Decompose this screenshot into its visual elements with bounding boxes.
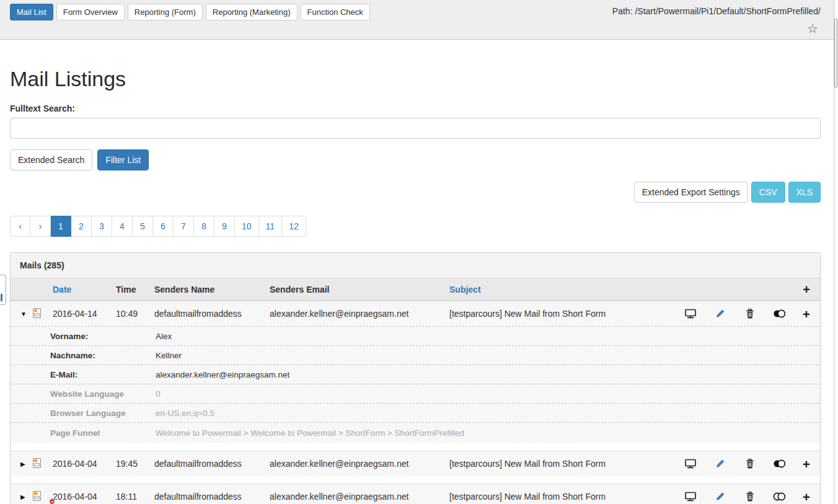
edit-pencil-icon[interactable]: [713, 457, 727, 471]
pagination-page-7[interactable]: 7: [174, 216, 194, 237]
column-header-senders-name: Senders Name: [154, 285, 270, 294]
cell-senders-name: defaultmailfromaddess: [154, 459, 270, 469]
pagination-page-1[interactable]: 1: [51, 216, 71, 237]
column-header-date[interactable]: Date: [53, 285, 116, 294]
record-icon: [33, 308, 41, 318]
delete-trash-icon[interactable]: [743, 457, 757, 471]
add-record-icon[interactable]: +: [803, 283, 810, 296]
tab-reporting-marketing[interactable]: Reporting (Marketing): [206, 4, 298, 20]
bookmark-star-icon[interactable]: ☆: [807, 22, 818, 35]
detail-label: Browser Language: [50, 409, 156, 418]
detail-row: Website Language 0: [11, 384, 820, 403]
detail-row: Nachname: Kellner: [11, 345, 820, 365]
add-icon[interactable]: +: [803, 490, 810, 503]
detail-label: Page Funnel: [50, 428, 156, 438]
mail-row-group: 2016-04-04 18:11 defaultmailfromaddess a…: [11, 484, 820, 504]
cell-date: 2016-04-14: [53, 309, 116, 319]
extended-search-button[interactable]: Extended Search: [10, 149, 92, 170]
table-header-row: Date Time Senders Name Senders Email Sub…: [11, 278, 820, 301]
detail-row: E-Mail: alexander.kellner@einpraegsam.ne…: [11, 365, 820, 384]
detail-row: Browser Language en-US,en;q=0.5: [11, 403, 820, 422]
mail-row-group: 2016-04-14 10:49 defaultmailfromaddess a…: [11, 301, 820, 443]
mail-row-group: 2016-04-04 19:45 defaultmailfromaddess a…: [11, 451, 820, 476]
pagination-page-2[interactable]: 2: [71, 216, 92, 237]
cell-subject: [testparcours] New Mail from Short Form: [449, 459, 684, 469]
nav-dock-handle[interactable]: [0, 275, 6, 305]
detail-value: Alex: [156, 332, 810, 341]
tab-mail-list[interactable]: Mail List: [10, 4, 53, 20]
fulltext-search-input[interactable]: [10, 118, 821, 139]
cell-senders-name: defaultmailfromaddess: [154, 309, 270, 319]
edit-pencil-icon[interactable]: [713, 307, 727, 321]
cell-senders-name: defaultmailfromaddess: [154, 492, 270, 502]
mails-panel: Mails (285) Date Time Senders Name Sende…: [10, 252, 821, 504]
pagination-page-4[interactable]: 4: [112, 216, 133, 237]
table-row[interactable]: 2016-04-14 10:49 defaultmailfromaddess a…: [11, 301, 820, 326]
expand-caret-icon[interactable]: [20, 461, 33, 467]
cell-time: 19:45: [116, 459, 154, 469]
pagination-page-9[interactable]: 9: [214, 216, 235, 237]
pagination: ‹ › 1 2 3 4 5 6 7 8 9 10 11 12: [10, 216, 306, 237]
add-icon[interactable]: +: [803, 458, 810, 471]
pagination-page-3[interactable]: 3: [92, 216, 112, 237]
view-page-icon[interactable]: [684, 457, 697, 471]
view-page-icon[interactable]: [684, 490, 697, 503]
cell-time: 10:49: [116, 309, 154, 319]
expand-caret-icon[interactable]: [20, 311, 33, 317]
cell-senders-email: alexander.kellner@einpraegsam.net: [270, 492, 449, 502]
doc-header: Mail List Form Overview Reporting (Form)…: [0, 0, 834, 40]
detail-value: en-US,en;q=0.5: [156, 409, 810, 418]
module-tabs: Mail List Form Overview Reporting (Form)…: [10, 4, 370, 20]
pagination-page-12[interactable]: 12: [282, 216, 306, 237]
pagination-page-6[interactable]: 6: [153, 216, 174, 237]
table-row[interactable]: 2016-04-04 18:11 defaultmailfromaddess a…: [11, 484, 820, 504]
pagination-prev-button[interactable]: ‹: [10, 216, 30, 237]
toggle-on-icon[interactable]: [773, 307, 787, 321]
page-title: Mail Listings: [10, 67, 821, 91]
export-buttons: Extended Export Settings CSV XLS: [10, 182, 821, 203]
extended-export-settings-button[interactable]: Extended Export Settings: [634, 182, 748, 203]
detail-value: Welcome to Powermail > Welcome to Powerm…: [156, 428, 810, 438]
delete-trash-icon[interactable]: [743, 307, 757, 321]
detail-label: Vorname:: [50, 332, 156, 341]
column-header-subject[interactable]: Subject: [449, 285, 684, 294]
cell-date: 2016-04-04: [53, 492, 116, 502]
pagination-page-5[interactable]: 5: [133, 216, 153, 237]
detail-label: E-Mail:: [50, 370, 156, 379]
dock-handle-indicator: [1, 294, 2, 301]
pagination-page-10[interactable]: 10: [235, 216, 259, 237]
toggle-off-icon[interactable]: [773, 490, 787, 503]
view-page-icon[interactable]: [684, 307, 697, 321]
breadcrumb-path: Path: /Start/Powermail/Pi1/Default/Short…: [612, 6, 821, 16]
tab-reporting-form[interactable]: Reporting (Form): [128, 4, 203, 20]
table-row[interactable]: 2016-04-04 19:45 defaultmailfromaddess a…: [11, 451, 820, 476]
expand-caret-icon[interactable]: [20, 493, 33, 500]
detail-label: Website Language: [50, 389, 156, 399]
export-xls-button[interactable]: XLS: [788, 182, 821, 203]
detail-row: Page Funnel Welcome to Powermail > Welco…: [11, 422, 820, 443]
pagination-page-8[interactable]: 8: [194, 216, 214, 237]
detail-value: 0: [156, 389, 810, 399]
record-icon: [33, 458, 41, 468]
mails-panel-title: Mails (285): [11, 253, 820, 278]
scrollbar-thumb[interactable]: [834, 19, 837, 88]
detail-value: Kellner: [156, 351, 810, 360]
toggle-on-icon[interactable]: [773, 457, 787, 471]
add-icon[interactable]: +: [803, 307, 810, 321]
module-body: Mail Listings Fulltext Search: Extended …: [0, 40, 834, 504]
cell-date: 2016-04-04: [53, 459, 116, 469]
row-actions: +: [684, 490, 810, 503]
export-csv-button[interactable]: CSV: [751, 182, 785, 203]
pagination-next-button[interactable]: ›: [30, 216, 51, 237]
hidden-record-badge-icon: [49, 498, 55, 504]
edit-pencil-icon[interactable]: [713, 490, 727, 503]
tab-form-overview[interactable]: Form Overview: [56, 4, 125, 20]
filter-list-button[interactable]: Filter List: [97, 149, 149, 170]
row-actions: +: [684, 457, 810, 471]
delete-trash-icon[interactable]: [743, 490, 757, 503]
vertical-scrollbar[interactable]: [834, 0, 838, 504]
search-buttons: Extended Search Filter List: [10, 149, 821, 170]
tab-function-check[interactable]: Function Check: [301, 4, 370, 20]
cell-subject: [testparcours] New Mail from Short Form: [449, 309, 684, 319]
pagination-page-11[interactable]: 11: [259, 216, 283, 237]
